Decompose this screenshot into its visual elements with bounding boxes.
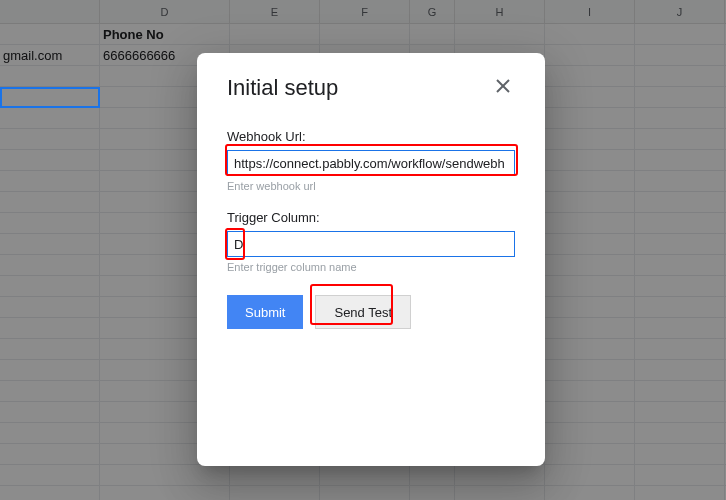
modal-title: Initial setup xyxy=(227,75,338,101)
trigger-field: Trigger Column: Enter trigger column nam… xyxy=(227,210,515,273)
initial-setup-modal: Initial setup Webhook Url: Enter webhook… xyxy=(197,53,545,466)
webhook-label: Webhook Url: xyxy=(227,129,515,144)
button-row: Submit Send Test xyxy=(227,295,515,329)
close-icon xyxy=(496,79,510,97)
trigger-input[interactable] xyxy=(227,231,515,257)
submit-button[interactable]: Submit xyxy=(227,295,303,329)
close-button[interactable] xyxy=(491,76,515,100)
trigger-hint: Enter trigger column name xyxy=(227,261,515,273)
webhook-hint: Enter webhook url xyxy=(227,180,515,192)
webhook-field: Webhook Url: Enter webhook url xyxy=(227,129,515,192)
selected-cell[interactable] xyxy=(0,87,100,108)
send-test-button[interactable]: Send Test xyxy=(315,295,411,329)
webhook-input[interactable] xyxy=(227,150,515,176)
trigger-label: Trigger Column: xyxy=(227,210,515,225)
